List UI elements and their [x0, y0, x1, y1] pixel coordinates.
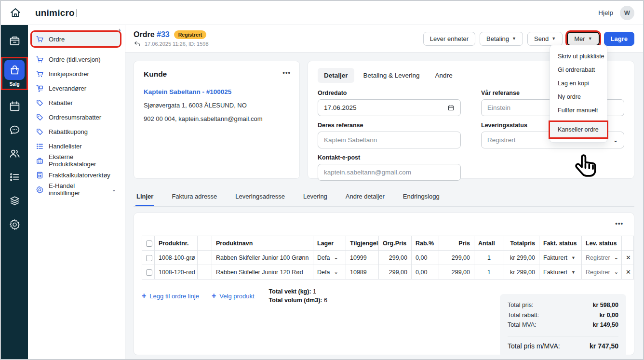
sidebar-item-eksterne-produktkataloger[interactable]: Eksterne Produktkataloger	[32, 153, 120, 168]
customer-card-menu-icon[interactable]: •••	[282, 69, 291, 76]
lever-enheter-button[interactable]: Lever enheter	[423, 32, 475, 46]
lager-value: Defa	[317, 269, 330, 276]
chevron-down-icon: ▼	[551, 36, 556, 41]
kontakt-epost-input[interactable]: kaptein.sabeltann@gmail.com	[318, 164, 461, 181]
lager-select[interactable]: Defa⌄	[317, 269, 342, 276]
order-lines-table: Produktnr. Produktnavn Lager Tilgjengeli…	[142, 236, 634, 280]
customer-link[interactable]: Kaptein Sabeltann - #100025	[144, 88, 290, 95]
cell-produktnavn[interactable]: Rabben Skifeller Junior 120 Rød	[212, 265, 313, 280]
send-button[interactable]: Send▼	[527, 32, 563, 46]
order-title-text: Ordre	[134, 30, 155, 39]
betaling-button[interactable]: Betaling▼	[480, 32, 523, 46]
archive-icon[interactable]	[8, 35, 21, 47]
delete-row-icon[interactable]: ✕	[622, 251, 634, 265]
shopping-bag-icon[interactable]	[4, 60, 25, 80]
cell-produktnr[interactable]: 1008-120-rød	[155, 265, 198, 280]
lager-select[interactable]: Defa⌄	[317, 254, 342, 261]
sidebar-item-ordre-tidl[interactable]: Ordre (tidl.versjon)	[32, 52, 120, 67]
choose-product-button[interactable]: + Velg produkt	[212, 287, 255, 305]
deres-referanse-input[interactable]: Kaptein Sabeltann	[318, 132, 461, 148]
cell-produktnr[interactable]: 1008-100-grø	[155, 251, 198, 265]
task-list-icon[interactable]	[8, 171, 21, 183]
menu-item-lag-en-kopi[interactable]: Lag en kopi	[550, 77, 607, 90]
tab-detaljer[interactable]: Detaljer	[318, 68, 354, 83]
menu-item-gi-ordrerabatt[interactable]: Gi ordrerabatt	[550, 63, 607, 77]
cell-org-pris[interactable]: 299,00	[379, 265, 412, 280]
chat-icon[interactable]	[8, 123, 21, 136]
tab-faktura-adresse[interactable]: Faktura adresse	[171, 189, 218, 206]
lev-status-value: Registrer	[586, 269, 610, 276]
help-link[interactable]: Hjelp	[598, 9, 613, 16]
row-checkbox[interactable]	[146, 269, 152, 276]
cell-pris[interactable]: 299,00	[439, 251, 474, 265]
sidebar-item-label: Ordre (tidl.versjon)	[49, 56, 101, 63]
tab-levering[interactable]: Levering	[302, 189, 328, 206]
people-icon[interactable]	[8, 147, 21, 160]
sidebar-item-ordresumsrabatter[interactable]: Ordresumsrabatter	[32, 110, 120, 124]
field-ordredato: Ordredato 17.06.2025	[318, 90, 461, 116]
menu-item-skriv-ut-plukkliste[interactable]: Skriv ut plukkliste	[550, 50, 607, 63]
tab-betaling-levering[interactable]: Betaling & Levering	[357, 68, 426, 83]
total-mva-label: Total MVA:	[508, 320, 537, 330]
menu-item-fullfor-manuelt[interactable]: Fullfør manuelt	[550, 104, 607, 117]
kontakt-epost-value: kaptein.sabeltann@gmail.com	[324, 169, 411, 176]
back-arrow-icon[interactable]	[134, 40, 141, 47]
cell-rab[interactable]: 0,00	[412, 265, 439, 280]
cell-antall[interactable]: 1	[474, 251, 504, 265]
table-menu-icon[interactable]: •••	[615, 220, 623, 227]
calendar-icon[interactable]	[8, 100, 21, 112]
col-rab: Rab.%	[412, 236, 439, 251]
total-rabatt-label: Total rabatt:	[508, 310, 539, 320]
choose-product-label: Velg produkt	[219, 293, 254, 300]
tab-endringslogg[interactable]: Endringslogg	[402, 189, 441, 206]
tab-leveringsadresse[interactable]: Leveringsadresse	[234, 189, 286, 206]
tag-icon	[36, 128, 44, 136]
sidebar-item-handlelister[interactable]: Handlelister	[32, 139, 120, 153]
cell-antall[interactable]: 1	[474, 265, 504, 280]
sidebar-item-label: Handlelister	[49, 143, 82, 150]
row-checkbox[interactable]	[146, 255, 152, 261]
sidebar-item-fraktkalkulatorverktoy[interactable]: Fraktkalkulatorverktøy	[32, 168, 120, 182]
add-order-line-label: Legg til ordre linje	[149, 293, 199, 300]
home-icon[interactable]	[8, 6, 23, 20]
tab-andre-detaljer[interactable]: Andre detaljer	[345, 189, 386, 206]
mer-button[interactable]: Mer▼	[567, 32, 599, 46]
sidebar-collapse-icon[interactable]: ▲	[117, 27, 122, 32]
select-all-checkbox[interactable]	[146, 240, 152, 247]
sidebar-item-leverandorer[interactable]: Leverandører	[32, 81, 120, 95]
date-picker-icon[interactable]	[447, 104, 455, 111]
col-delete	[622, 236, 634, 251]
sidebar: ▲ Ordre Ordre (tidl.versjon) Innkjøpsord…	[28, 25, 125, 360]
cell-tilgjengelig: 10989	[346, 265, 379, 280]
tab-linjer[interactable]: Linjer	[135, 189, 154, 206]
list-icon	[36, 142, 44, 150]
sidebar-item-ehandel-innstillinger[interactable]: E-Handel innstillinger ⌄	[32, 182, 120, 197]
layers-icon[interactable]	[8, 194, 21, 207]
lev-status-select[interactable]: Registrer⌄	[586, 269, 617, 276]
lagre-button[interactable]: Lagre	[604, 32, 634, 46]
delete-row-icon[interactable]: ✕	[622, 265, 634, 280]
gear-icon	[36, 186, 44, 194]
hand-cursor-icon	[573, 152, 600, 180]
cell-produktnavn[interactable]: Rabben Skifeller Junior 100 Grønn	[212, 251, 313, 265]
fakt-status-select[interactable]: Fakturert▼	[543, 269, 577, 276]
catalog-icon	[36, 157, 44, 165]
lev-status-select[interactable]: Registrer⌄	[586, 254, 617, 261]
tab-andre[interactable]: Andre	[429, 68, 459, 83]
fakt-status-select[interactable]: Fakturert▼	[543, 254, 577, 261]
nav-rail-item-salg-annotation: Salg	[2, 58, 27, 89]
sidebar-item-rabatter[interactable]: Rabatter	[32, 95, 120, 110]
sidebar-item-innkjopsordrer[interactable]: Innkjøpsordrer	[32, 67, 120, 81]
menu-item-ny-ordre[interactable]: Ny ordre	[550, 90, 607, 104]
cell-pris[interactable]: 299,00	[439, 265, 474, 280]
cell-org-pris[interactable]: 299,00	[379, 251, 412, 265]
sidebar-item-ordre[interactable]: Ordre	[32, 32, 120, 46]
sidebar-item-label: Leverandører	[49, 85, 86, 92]
ordredato-input[interactable]: 17.06.2025	[318, 99, 461, 116]
cell-rab[interactable]: 0,00	[412, 251, 439, 265]
add-order-line-button[interactable]: + Legg til ordre linje	[142, 287, 199, 305]
menu-item-kanseller-ordre[interactable]: Kanseller ordre	[550, 122, 607, 137]
settings-gear-icon[interactable]	[8, 218, 21, 230]
sidebar-item-rabattkupong[interactable]: Rabattkupong	[32, 124, 120, 139]
avatar[interactable]: W	[620, 6, 634, 20]
